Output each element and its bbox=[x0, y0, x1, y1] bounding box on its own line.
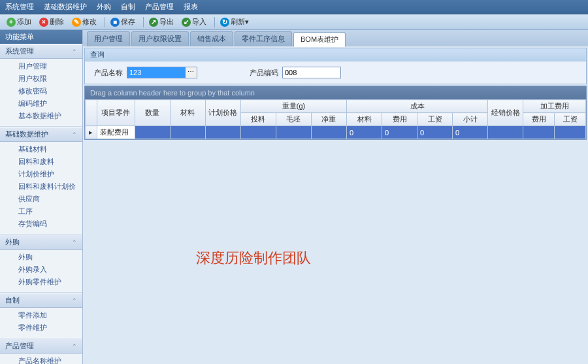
product-code-input[interactable] bbox=[282, 67, 341, 78]
query-title: 查询 bbox=[85, 48, 586, 61]
sidebar-item[interactable]: 回料和废料计划价 bbox=[0, 180, 82, 193]
add-button[interactable]: +添加 bbox=[4, 16, 34, 27]
sidebar-item[interactable]: 基础材料 bbox=[0, 143, 82, 156]
cell-net[interactable] bbox=[311, 126, 346, 139]
sidebar-group-header[interactable]: 外购⌃ bbox=[0, 235, 82, 250]
col-cfee[interactable]: 费用 bbox=[382, 113, 417, 126]
cell-sale[interactable] bbox=[488, 126, 523, 139]
menu-item[interactable]: 产品管理 bbox=[145, 3, 174, 10]
tab[interactable]: 用户权限设置 bbox=[131, 31, 189, 46]
menubar: 系统管理 基础数据维护 外购 自制 产品管理 报表 bbox=[0, 0, 588, 14]
sidebar-title: 功能菜单 bbox=[0, 30, 82, 44]
col-group-proc[interactable]: 加工费用 bbox=[523, 100, 586, 113]
cell-cfee[interactable]: 0 bbox=[382, 126, 417, 139]
col-group-cost[interactable]: 成本 bbox=[347, 100, 488, 113]
delete-button[interactable]: ×删除 bbox=[37, 16, 67, 27]
chevron-up-icon: ⌃ bbox=[72, 131, 77, 138]
col-group-weight[interactable]: 重量(g) bbox=[240, 100, 346, 113]
chevron-up-icon: ⌃ bbox=[72, 343, 77, 350]
lookup-button[interactable]: ⋯ bbox=[186, 67, 197, 78]
col-qty[interactable]: 数量 bbox=[135, 100, 170, 126]
tab[interactable]: 销售成本 bbox=[190, 31, 233, 46]
sidebar-group-header[interactable]: 自制⌃ bbox=[0, 293, 82, 308]
col-cmat[interactable]: 材料 bbox=[347, 113, 382, 126]
sidebar-item[interactable]: 外购 bbox=[0, 251, 82, 263]
sidebar-group-header[interactable]: 系统管理⌃ bbox=[0, 44, 82, 59]
cell-feed[interactable] bbox=[240, 126, 276, 139]
sidebar: 功能菜单 系统管理⌃用户管理用户权限修改密码编码维护基本数据维护基础数据维护⌃基… bbox=[0, 30, 83, 364]
toolbar: +添加 ×删除 ✎修改 ■保存 ↗导出 ↙导入 ↻刷新 ▾ bbox=[0, 14, 588, 30]
col-pfee[interactable]: 费用 bbox=[523, 113, 555, 126]
cell-gross[interactable] bbox=[276, 126, 311, 139]
sidebar-group-header[interactable]: 产品管理⌃ bbox=[0, 339, 82, 354]
col-feed[interactable]: 投料 bbox=[240, 113, 276, 126]
separator bbox=[143, 17, 144, 27]
sidebar-item[interactable]: 计划价维护 bbox=[0, 168, 82, 180]
save-button[interactable]: ■保存 bbox=[108, 16, 138, 27]
cell-pwage[interactable] bbox=[555, 126, 586, 139]
chevron-up-icon: ⌃ bbox=[72, 239, 77, 246]
cell-qty[interactable] bbox=[135, 126, 170, 139]
col-item[interactable]: 项目零件 bbox=[97, 100, 135, 126]
product-code-label: 产品编码 bbox=[250, 68, 278, 78]
cell-plan[interactable] bbox=[205, 126, 240, 139]
product-name-label: 产品名称 bbox=[94, 68, 123, 78]
cell-csub[interactable]: 0 bbox=[453, 126, 488, 139]
product-name-input[interactable] bbox=[127, 67, 186, 78]
menu-item[interactable]: 基础数据维护 bbox=[44, 3, 87, 10]
sidebar-item[interactable]: 外购录入 bbox=[0, 263, 82, 276]
col-csub[interactable]: 小计 bbox=[453, 113, 488, 126]
plus-icon: + bbox=[7, 18, 16, 27]
tab[interactable]: BOM表维护 bbox=[293, 32, 346, 47]
col-plan[interactable]: 计划价格 bbox=[205, 100, 240, 126]
col-gross[interactable]: 毛坯 bbox=[276, 113, 311, 126]
sidebar-item[interactable]: 供应商 bbox=[0, 193, 82, 205]
col-mat[interactable]: 材料 bbox=[170, 100, 205, 126]
col-sale[interactable]: 经销价格 bbox=[488, 100, 523, 126]
menu-item[interactable]: 自制 bbox=[121, 3, 135, 10]
sidebar-item[interactable]: 存货编码 bbox=[0, 218, 82, 230]
col-cwage[interactable]: 工资 bbox=[417, 113, 453, 126]
sidebar-item[interactable]: 回料和废料 bbox=[0, 156, 82, 168]
sidebar-item[interactable]: 基本数据维护 bbox=[0, 110, 82, 122]
col-net[interactable]: 净重 bbox=[311, 113, 346, 126]
refresh-icon: ↻ bbox=[220, 18, 229, 27]
sidebar-item[interactable]: 零件添加 bbox=[0, 309, 82, 322]
sidebar-group-header[interactable]: 基础数据维护⌃ bbox=[0, 127, 82, 142]
cell-cwage[interactable]: 0 bbox=[417, 126, 453, 139]
separator bbox=[105, 17, 105, 27]
row-indicator: ▸ bbox=[85, 126, 97, 139]
col-pwage[interactable]: 工资 bbox=[555, 113, 586, 126]
separator bbox=[214, 17, 215, 27]
sidebar-item[interactable]: 编码维护 bbox=[0, 97, 82, 110]
sidebar-item[interactable]: 工序 bbox=[0, 205, 82, 218]
row-indicator-header bbox=[85, 100, 97, 126]
sidebar-item[interactable]: 用户权限 bbox=[0, 73, 82, 85]
chevron-up-icon: ⌃ bbox=[72, 48, 77, 55]
cell-pfee[interactable] bbox=[523, 126, 555, 139]
tab[interactable]: 用户管理 bbox=[87, 31, 130, 46]
x-icon: × bbox=[39, 18, 48, 27]
export-button[interactable]: ↗导出 bbox=[146, 16, 176, 27]
menu-item[interactable]: 系统管理 bbox=[5, 3, 34, 10]
sidebar-item[interactable]: 用户管理 bbox=[0, 60, 82, 73]
cell-item[interactable]: 装配费用 bbox=[97, 126, 135, 139]
chevron-up-icon: ⌃ bbox=[72, 297, 77, 304]
cell-mat[interactable] bbox=[170, 126, 205, 139]
refresh-button[interactable]: ↻刷新 ▾ bbox=[218, 16, 252, 27]
table-row[interactable]: ▸ 装配费用 0 0 0 0 bbox=[85, 126, 585, 139]
menu-item[interactable]: 外购 bbox=[97, 3, 111, 10]
export-icon: ↗ bbox=[149, 18, 158, 27]
tab[interactable]: 零件工序信息 bbox=[235, 31, 292, 46]
import-icon: ↙ bbox=[182, 18, 191, 27]
sidebar-item[interactable]: 外购零件维护 bbox=[0, 276, 82, 288]
edit-button[interactable]: ✎修改 bbox=[69, 16, 99, 27]
sidebar-item[interactable]: 零件维护 bbox=[0, 322, 82, 334]
disk-icon: ■ bbox=[110, 18, 120, 27]
cell-cmat[interactable]: 0 bbox=[347, 126, 382, 139]
menu-item[interactable]: 报表 bbox=[184, 3, 198, 10]
grid-groupbar[interactable]: Drag a column header here to group by th… bbox=[85, 86, 586, 99]
import-button[interactable]: ↙导入 bbox=[179, 16, 209, 27]
sidebar-item[interactable]: 修改密码 bbox=[0, 85, 82, 97]
sidebar-item[interactable]: 产品名称维护 bbox=[0, 355, 82, 364]
